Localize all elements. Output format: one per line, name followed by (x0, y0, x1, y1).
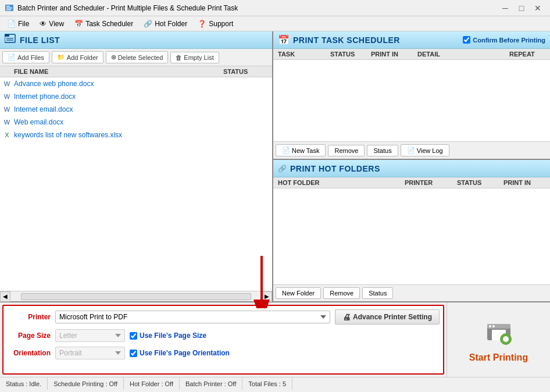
status-task-button[interactable]: Status (367, 145, 398, 156)
printer-label: Printer (7, 313, 51, 321)
menu-file[interactable]: 📄 File (2, 19, 34, 29)
add-folder-icon: 📁 (57, 54, 65, 61)
printer-control: Microsoft Print to PDF 🖨 Advance Printer… (55, 309, 440, 325)
empty-list-button[interactable]: 🗑 Empty List (170, 52, 219, 63)
svg-point-12 (489, 325, 491, 327)
calendar-12-icon: 📅 (278, 34, 290, 45)
menu-support[interactable]: ❓ Support (193, 19, 238, 29)
file-list-toolbar: 📄 Add Files 📁 Add Folder ⊗ Delete Select… (0, 49, 272, 66)
status-bar: Status : Idle. Schedule Printing : Off H… (0, 377, 550, 390)
svg-point-15 (503, 336, 509, 342)
status-idle: Status : Idle. (0, 377, 48, 390)
list-item[interactable]: W Web email.docx (0, 116, 272, 129)
delete-selected-button[interactable]: ⊗ Delete Selected (106, 51, 169, 63)
orientation-select[interactable]: Portrait (55, 347, 125, 359)
svg-rect-5 (5, 34, 9, 37)
remove-task-button[interactable]: Remove (328, 145, 365, 156)
add-folder-button[interactable]: 📁 Add Folder (52, 51, 103, 63)
file-list-columns: FILE NAME STATUS (0, 66, 272, 77)
hf-toolbar: New Folder Remove Status (273, 284, 550, 301)
use-files-orientation-checkbox[interactable] (130, 350, 137, 357)
list-item[interactable]: X keywords list of new softwares.xlsx (0, 129, 272, 141)
scheduler-title: PRINT TASK SCHEDULER (293, 35, 400, 45)
status-folder-button[interactable]: Status (362, 287, 393, 299)
file-list-icon (5, 33, 16, 47)
task-table-body (273, 60, 550, 141)
view-log-button[interactable]: 📄 View Log (401, 144, 449, 156)
use-files-orientation-label[interactable]: Use File's Page Orientation (130, 349, 230, 357)
hf-table-body (273, 188, 550, 284)
svg-rect-19 (509, 338, 512, 340)
svg-rect-3 (6, 9, 11, 10)
horizontal-scrollbar[interactable]: ◀ ▶ (0, 291, 272, 301)
new-task-button[interactable]: 📄 New Task (276, 144, 326, 156)
svg-rect-2 (6, 8, 12, 9)
scheduler-toolbar: 📄 New Task Remove Status 📄 View Log (273, 141, 550, 159)
confirm-checkbox-input[interactable] (463, 36, 470, 44)
start-printing-panel[interactable]: Start Printing (447, 302, 550, 377)
empty-icon: 🗑 (176, 54, 182, 61)
view-icon: 👁 (40, 20, 47, 28)
orientation-setting-row: Orientation Portrait Use File's Page Ori… (7, 347, 440, 359)
menu-bar: 📄 File 👁 View 📅 Task Scheduler 🔗 Hot Fol… (0, 16, 550, 31)
calendar-icon: 📅 (74, 20, 83, 28)
page-size-control: Letter Use File's Page Size (55, 329, 440, 342)
printer-setting-row: Printer Microsoft Print to PDF 🖨 Advance… (7, 309, 440, 325)
page-size-setting-row: Page Size Letter Use File's Page Size (7, 329, 440, 342)
file-icon: 📄 (7, 20, 16, 28)
menu-hot-folder[interactable]: 🔗 Hot Folder (139, 19, 192, 29)
printer-icon: 🖨 (342, 312, 351, 322)
advance-printer-button[interactable]: 🖨 Advance Printer Setting (335, 309, 440, 325)
close-button[interactable]: ✕ (530, 2, 545, 15)
minimize-button[interactable]: ─ (498, 2, 513, 15)
scheduler-section: 📅 PRINT TASK SCHEDULER Confirm Before Pr… (273, 31, 550, 160)
col-hot-folder: HOT FOLDER (276, 179, 402, 186)
menu-task-scheduler[interactable]: 📅 Task Scheduler (70, 19, 138, 29)
col-hf-printer: PRINTER (402, 179, 455, 186)
col-filename: FILE NAME (2, 68, 223, 75)
bottom-area: Printer Microsoft Print to PDF 🖨 Advance… (0, 301, 550, 377)
printer-select[interactable]: Microsoft Print to PDF (55, 311, 330, 323)
new-task-icon: 📄 (282, 147, 290, 154)
new-folder-button[interactable]: New Folder (276, 287, 321, 299)
col-repeat: REPEAT (507, 51, 548, 58)
word-doc-icon: W (2, 117, 12, 127)
hot-folders-section: 🔗 PRINT HOT FOLDERS HOT FOLDER PRINTER S… (273, 160, 550, 301)
col-status: STATUS (223, 68, 270, 75)
link-icon: 🔗 (144, 20, 152, 28)
hot-folders-title: PRINT HOT FOLDERS (290, 164, 380, 173)
scroll-left-button[interactable]: ◀ (0, 291, 10, 302)
orientation-control: Portrait Use File's Page Orientation (55, 347, 440, 359)
list-item[interactable]: W Internet email.docx (0, 103, 272, 116)
col-task-status: STATUS (328, 51, 369, 58)
title-bar: Batch Printer and Scheduler - Print Mult… (0, 0, 550, 16)
list-item[interactable]: W Internet phone.docx (0, 90, 272, 103)
use-files-page-size-checkbox[interactable] (130, 332, 137, 340)
col-print-in: PRINT IN (369, 51, 415, 58)
remove-folder-button[interactable]: Remove (323, 287, 360, 299)
file-name: keywords list of new softwares.xlsx (14, 131, 223, 139)
status-schedule: Schedule Printing : Off (48, 377, 124, 390)
scroll-track[interactable] (21, 293, 251, 300)
scroll-right-button[interactable]: ▶ (262, 291, 272, 302)
orientation-label: Orientation (7, 349, 51, 357)
confirm-printing-checkbox[interactable]: Confirm Before Printing (463, 36, 545, 44)
svg-rect-11 (492, 330, 506, 332)
page-size-select[interactable]: Letter (55, 329, 125, 342)
word-doc-icon: W (2, 105, 12, 114)
file-list-title: FILE LIST (20, 35, 60, 45)
log-icon: 📄 (407, 147, 415, 154)
app-title: Batch Printer and Scheduler - Print Mult… (17, 4, 238, 12)
list-item[interactable]: W Advance web phone.docx (0, 77, 272, 90)
help-icon: ❓ (198, 20, 206, 28)
file-name: Advance web phone.docx (14, 80, 223, 88)
col-hf-status: STATUS (455, 179, 501, 186)
menu-view[interactable]: 👁 View (35, 19, 69, 29)
add-files-button[interactable]: 📄 Add Files (2, 51, 49, 63)
add-files-icon: 📄 (8, 54, 16, 61)
file-list-header: FILE LIST (0, 31, 272, 49)
maximize-button[interactable]: □ (514, 2, 529, 15)
app-icon (5, 3, 14, 13)
file-name: Internet phone.docx (14, 92, 223, 101)
use-files-page-size-label[interactable]: Use File's Page Size (130, 332, 206, 340)
